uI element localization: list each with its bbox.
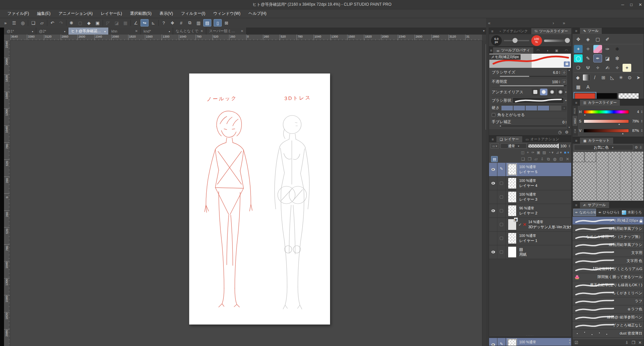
hardness-segment[interactable] [538,106,549,110]
layer-visibility-cell[interactable] [489,232,497,245]
subtool-brush-item[interactable]: メモ用(補正0)5px [573,217,644,225]
layer-row[interactable]: ✓ ✕ 100 %通常 レイヤー 3 [489,190,571,204]
layer-row[interactable]: ✓ ✕ 100 %通常 レイヤー 1 [489,232,571,245]
tab-tool-property[interactable]: ⚌ツールプロパティ [493,47,533,53]
color-set-grid[interactable] [573,152,643,201]
toolbar-icon[interactable] [130,20,131,26]
new-file-icon[interactable]: ❏ [29,19,37,27]
subtool-brush-item[interactable]: 線画用鉛筆風ブラシ [573,225,644,233]
hardness-segment[interactable] [526,106,537,110]
stepper-icons[interactable]: ▴▾ [559,80,560,84]
opacity-value[interactable]: 100 [552,80,558,84]
sparkle3-tool-icon[interactable]: ✧ [613,64,622,72]
frame-add-icon[interactable]: ⊡ [559,157,563,161]
layer-thumbnail[interactable] [508,246,517,258]
tab-marker-icon[interactable] [241,29,244,33]
stepper-icons[interactable]: ▴▾ [566,120,567,124]
chevron-down-icon[interactable]: ▾ [565,99,567,102]
opacity-slider[interactable] [544,40,570,42]
timeline-icon[interactable]: ▤ [203,19,211,27]
layer-edit-cell[interactable] [497,204,506,217]
curve-pen-tool-icon[interactable]: ✑ [603,45,612,53]
toolbar-icon[interactable] [212,20,213,26]
hue-slider[interactable]: ▲ [584,110,629,114]
open-file-icon[interactable]: ▱ [38,19,46,27]
document-tab[interactable]: スーパー類ミュージ [206,28,247,35]
stepper-icons[interactable]: ▴▾ [641,110,642,113]
stabilization-mini-slider[interactable] [500,126,567,127]
subtool-brush-item[interactable]: 線画@↑鉛筆参照ペン [573,313,644,322]
selection-border-icon[interactable]: ▦ [121,19,129,27]
dynamics-source-button[interactable]: ⊘ [562,70,567,75]
toolbar-icon[interactable] [28,20,29,26]
rotate-3d-tool-icon[interactable]: ◈ [584,35,592,43]
lock-layer-icon[interactable]: ▣ [537,150,540,155]
layer-row[interactable]: ✓ ✕ 100 %通常 レイヤー 5 [489,163,571,177]
subtool-brush-item[interactable]: ザクとろ補正なし [573,322,644,330]
canvas-vertical-scrollbar[interactable] [482,41,486,346]
layer-opacity-slider[interactable] [528,144,559,148]
tab-brush-detail-2[interactable]: ◑ [543,47,552,53]
maximize-button[interactable]: □ [630,2,633,7]
antialias-weak-button[interactable] [540,89,547,95]
eraser-tool-icon[interactable]: ◪ [603,54,612,62]
dock-collapse-icon[interactable]: « [488,20,490,26]
gradient-tool-icon[interactable] [583,74,590,81]
line-tool-icon[interactable]: / [591,73,599,82]
document-tab[interactable]: khn [109,28,141,35]
snap-to-special-ruler-icon[interactable]: ↬ [141,19,149,27]
color-model-tab[interactable]: HSV [573,116,577,126]
antialias-strong-button[interactable] [557,89,564,95]
subtool-brush-item[interactable]: 文字用 色 [573,257,644,265]
sparkle-tool-icon[interactable]: ✧ [584,45,592,53]
layer-edit-cell[interactable] [497,177,506,190]
document-tab[interactable]: @1* [4,28,36,35]
palette-color-combo[interactable]: ▭ ▾ [490,143,499,149]
panel-overflow-icon[interactable]: » [1,19,9,27]
layer-row[interactable]: ✓ ✕ 14 %通常 3Dデッサン人形-Ver.2(女性) [489,218,571,232]
subtool-brush-item[interactable]: 魔王色鉛筆(塗りも線画もOK！) [573,281,644,289]
toolbar-icon[interactable] [47,20,48,26]
ruler-range-icon[interactable]: ⊿ ▾ [556,150,562,155]
ink-splat-tool-icon[interactable]: ❈ [613,45,622,53]
blend-tool-icon[interactable]: ❍ [574,64,583,72]
tab-marker-icon[interactable] [169,29,170,33]
panel-menu-icon[interactable]: ≡ [573,138,580,144]
eyedropper-tool-icon[interactable]: ✐ [603,35,612,43]
layer-visibility-cell[interactable] [489,218,497,231]
menu-item[interactable]: ヘルプ(H) [245,9,271,18]
layer-opacity-value[interactable]: 100 [560,144,567,148]
layer-visibility-cell[interactable] [489,190,497,204]
color-set-select[interactable]: お気に色▾ [574,145,633,150]
delete-subtool-icon[interactable]: ✕ [638,340,642,345]
stepper-icons[interactable]: ▴▾ [559,71,560,74]
document-tab[interactable]: knd* [141,28,173,35]
tab-marker-icon[interactable] [135,29,138,33]
menu-item[interactable]: ファイル(F) [3,9,33,18]
new-layer-dialog-icon[interactable]: ❐ [528,157,532,161]
layer-thumbnail[interactable] [508,339,517,346]
tab-brush-detail-1[interactable]: ◠ [533,47,543,53]
layer-visibility-cell[interactable] [489,177,497,190]
decoration-tool-icon[interactable]: ❇ [613,54,622,62]
hardness-segment[interactable] [514,106,525,110]
detail-settings-icon[interactable]: ⚙ [565,130,569,135]
subtool-group-tab[interactable]: ✒なめらか線 [573,209,596,216]
layer-thumbnail[interactable] [508,164,517,175]
brush-size-slider[interactable] [504,40,529,41]
menu-item[interactable]: レイヤー(L) [97,9,126,18]
delete-layer-icon[interactable]: ✕ [566,157,569,161]
color-model-tab[interactable]: CM [573,126,577,136]
enable-mask-icon[interactable]: ◔ ▾ [548,150,553,155]
panel-menu-icon[interactable]: ≡ [573,202,580,208]
stepper-icons[interactable]: ▴▾ [641,129,642,132]
layer-row[interactable]: ✓ ✕ 100 %通常 レイヤー 4 [489,177,571,190]
selection-launcher-icon[interactable]: ◸ [104,19,112,27]
sub-color-swatch[interactable] [596,93,617,99]
layer-color-icon[interactable]: ■ ▾ [564,150,569,155]
main-menu-icon[interactable]: ☰ [10,19,18,27]
redo-icon[interactable]: ↷ [57,19,65,27]
new-folder-icon[interactable]: ▱ [535,157,538,161]
menu-item[interactable]: 編集(E) [33,9,54,18]
antialias-none-button[interactable] [532,89,539,95]
